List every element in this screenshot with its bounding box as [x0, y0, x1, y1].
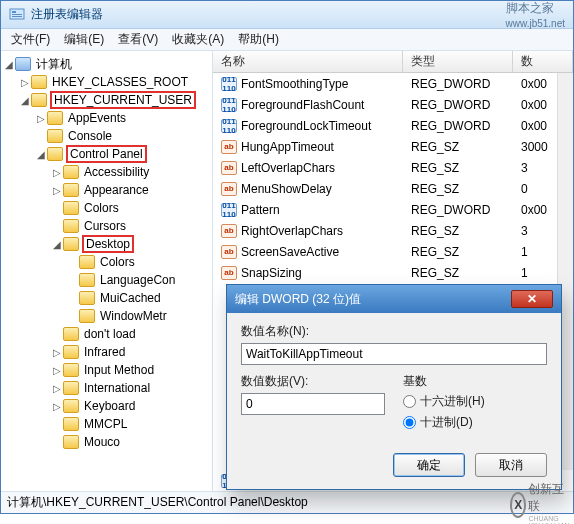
folder-icon	[63, 399, 79, 413]
tree-item[interactable]: ▷AppEvents	[1, 109, 212, 127]
value-name: HungAppTimeout	[241, 140, 334, 154]
list-header[interactable]: 名称 类型 数	[213, 51, 573, 73]
tree-item[interactable]: ▷Input Method	[1, 361, 212, 379]
header-type[interactable]: 类型	[403, 51, 513, 72]
menu-help[interactable]: 帮助(H)	[238, 31, 279, 48]
dialog-titlebar[interactable]: 编辑 DWORD (32 位)值 ✕	[227, 285, 561, 313]
tree-item[interactable]: Cursors	[1, 217, 212, 235]
value-name: ForegroundFlashCount	[241, 98, 364, 112]
tree-item[interactable]: MMCPL	[1, 415, 212, 433]
list-row[interactable]: 011110FontSmoothingTypeREG_DWORD0x00	[213, 73, 573, 94]
binary-value-icon: 011110	[221, 119, 237, 133]
status-path: 计算机\HKEY_CURRENT_USER\Control Panel\Desk…	[7, 494, 308, 511]
tree-item[interactable]: ▷Accessibility	[1, 163, 212, 181]
header-data[interactable]: 数	[513, 51, 573, 72]
expand-icon[interactable]: ▷	[51, 185, 63, 196]
radix-dec-radio[interactable]	[403, 416, 416, 429]
expand-icon[interactable]: ▷	[35, 113, 47, 124]
radix-hex-radio[interactable]	[403, 395, 416, 408]
tree-label: MMCPL	[82, 417, 129, 431]
tree-item[interactable]: Mouco	[1, 433, 212, 451]
cancel-button[interactable]: 取消	[475, 453, 547, 477]
expand-icon[interactable]: ▷	[51, 365, 63, 376]
tree-label: Colors	[98, 255, 137, 269]
list-row[interactable]: abHungAppTimeoutREG_SZ3000	[213, 136, 573, 157]
value-type: REG_DWORD	[403, 98, 513, 112]
expand-icon[interactable]: ◢	[19, 95, 31, 106]
string-value-icon: ab	[221, 161, 237, 175]
list-row[interactable]: 011110PatternREG_DWORD0x00	[213, 199, 573, 220]
list-row[interactable]: abRightOverlapCharsREG_SZ3	[213, 220, 573, 241]
string-value-icon: ab	[221, 182, 237, 196]
close-button[interactable]: ✕	[511, 290, 553, 308]
tree-label: MuiCached	[98, 291, 163, 305]
list-row[interactable]: 011110ForegroundLockTimeoutREG_DWORD0x00	[213, 115, 573, 136]
titlebar[interactable]: 注册表编辑器 脚本之家www.jb51.net	[1, 1, 573, 29]
tree-item[interactable]: WindowMetr	[1, 307, 212, 325]
tree-item[interactable]: don't load	[1, 325, 212, 343]
expand-icon[interactable]: ◢	[51, 239, 63, 250]
value-type: REG_SZ	[403, 245, 513, 259]
tree-item[interactable]: ◢HKEY_CURRENT_USER	[1, 91, 212, 109]
dialog-title: 编辑 DWORD (32 位)值	[235, 291, 361, 308]
list-row[interactable]: abScreenSaveActiveREG_SZ1	[213, 241, 573, 262]
folder-icon	[31, 75, 47, 89]
list-row[interactable]: abLeftOverlapCharsREG_SZ3	[213, 157, 573, 178]
folder-icon	[63, 237, 79, 251]
expand-icon[interactable]: ▷	[51, 383, 63, 394]
registry-tree[interactable]: ◢ 计算机 ▷HKEY_CLASSES_ROOT◢HKEY_CURRENT_US…	[1, 51, 213, 491]
tree-item[interactable]: ◢Control Panel	[1, 145, 212, 163]
tree-label: don't load	[82, 327, 138, 341]
tree-label: WindowMetr	[98, 309, 169, 323]
radix-dec-option[interactable]: 十进制(D)	[403, 414, 547, 431]
tree-label: Infrared	[82, 345, 127, 359]
list-row[interactable]: 011110ForegroundFlashCountREG_DWORD0x00	[213, 94, 573, 115]
tree-label: Appearance	[82, 183, 151, 197]
expand-icon[interactable]: ▷	[19, 77, 31, 88]
list-row[interactable]: abMenuShowDelayREG_SZ0	[213, 178, 573, 199]
value-type: REG_SZ	[403, 161, 513, 175]
folder-icon	[63, 219, 79, 233]
tree-item[interactable]: ▷HKEY_CLASSES_ROOT	[1, 73, 212, 91]
folder-icon	[47, 129, 63, 143]
header-name[interactable]: 名称	[213, 51, 403, 72]
folder-icon	[79, 273, 95, 287]
menu-favorites[interactable]: 收藏夹(A)	[172, 31, 224, 48]
value-name-input[interactable]	[241, 343, 547, 365]
tree-root[interactable]: ◢ 计算机	[1, 55, 212, 73]
ok-button[interactable]: 确定	[393, 453, 465, 477]
value-type: REG_DWORD	[403, 119, 513, 133]
value-name-label: 数值名称(N):	[241, 323, 547, 340]
tree-item[interactable]: LanguageCon	[1, 271, 212, 289]
menu-view[interactable]: 查看(V)	[118, 31, 158, 48]
tree-item[interactable]: ▷Infrared	[1, 343, 212, 361]
tree-item[interactable]: MuiCached	[1, 289, 212, 307]
tree-item[interactable]: ▷Keyboard	[1, 397, 212, 415]
computer-icon	[15, 57, 31, 71]
value-data-input[interactable]	[241, 393, 385, 415]
tree-item[interactable]: Colors	[1, 253, 212, 271]
expand-icon[interactable]: ▷	[51, 347, 63, 358]
tree-item[interactable]: ▷International	[1, 379, 212, 397]
menu-edit[interactable]: 编辑(E)	[64, 31, 104, 48]
tree-item[interactable]: ▷Appearance	[1, 181, 212, 199]
list-row[interactable]: abSnapSizingREG_SZ1	[213, 262, 573, 283]
expand-icon[interactable]: ▷	[51, 167, 63, 178]
tree-label: Desktop	[82, 235, 134, 253]
tree-item[interactable]: Colors	[1, 199, 212, 217]
radix-hex-option[interactable]: 十六进制(H)	[403, 393, 547, 410]
value-type: REG_SZ	[403, 266, 513, 280]
folder-icon	[63, 201, 79, 215]
tree-item[interactable]: ◢Desktop	[1, 235, 212, 253]
menu-file[interactable]: 文件(F)	[11, 31, 50, 48]
value-name: FontSmoothingType	[241, 77, 348, 91]
tree-label: Input Method	[82, 363, 156, 377]
tree-label: Colors	[82, 201, 121, 215]
folder-icon	[63, 183, 79, 197]
string-value-icon: ab	[221, 140, 237, 154]
expand-icon[interactable]: ▷	[51, 401, 63, 412]
expand-icon[interactable]: ◢	[3, 59, 15, 70]
expand-icon[interactable]: ◢	[35, 149, 47, 160]
tree-item[interactable]: Console	[1, 127, 212, 145]
svg-rect-2	[12, 14, 22, 15]
